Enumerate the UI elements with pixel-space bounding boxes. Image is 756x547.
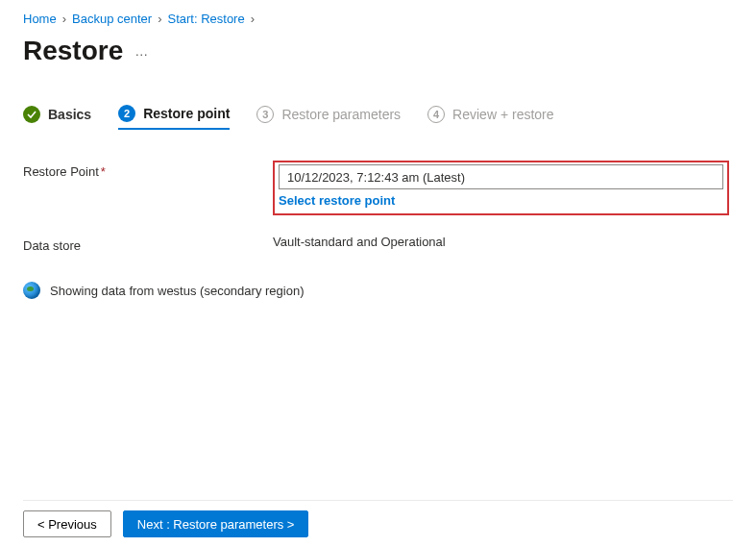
restore-point-label: Restore Point*: [23, 161, 273, 179]
row-restore-point: Restore Point* Select restore point: [23, 161, 733, 215]
step-basics[interactable]: Basics: [23, 106, 91, 129]
step-number-icon: 3: [256, 106, 274, 123]
highlight-box: Select restore point: [273, 161, 729, 215]
select-restore-point-link[interactable]: Select restore point: [279, 193, 395, 208]
more-icon[interactable]: …: [134, 43, 149, 59]
breadcrumb-backup-center[interactable]: Backup center: [72, 12, 152, 26]
region-info: Showing data from westus (secondary regi…: [23, 282, 733, 299]
region-info-text: Showing data from westus (secondary regi…: [50, 284, 304, 298]
chevron-right-icon: ›: [251, 12, 255, 26]
step-label: Review + restore: [452, 107, 553, 122]
restore-point-input[interactable]: [279, 164, 723, 189]
data-store-value: Vault-standard and Operational: [273, 235, 733, 249]
previous-button[interactable]: < Previous: [23, 510, 111, 537]
breadcrumb-home[interactable]: Home: [23, 12, 57, 26]
breadcrumb: Home › Backup center › Start: Restore ›: [23, 12, 733, 26]
step-label: Restore point: [143, 106, 230, 121]
step-label: Restore parameters: [281, 107, 401, 122]
row-data-store: Data store Vault-standard and Operationa…: [23, 235, 733, 253]
label-text: Restore Point: [23, 164, 99, 179]
breadcrumb-start-restore[interactable]: Start: Restore: [167, 12, 244, 26]
check-icon: [23, 106, 40, 123]
next-button[interactable]: Next : Restore parameters >: [123, 510, 309, 537]
step-restore-parameters[interactable]: 3 Restore parameters: [256, 106, 401, 129]
page-title: Restore: [23, 36, 123, 66]
chevron-right-icon: ›: [158, 12, 161, 26]
step-number-icon: 2: [118, 105, 135, 122]
step-label: Basics: [48, 107, 91, 122]
wizard-steps: Basics 2 Restore point 3 Restore paramet…: [23, 105, 733, 130]
chevron-right-icon: ›: [62, 12, 66, 26]
required-asterisk: *: [101, 164, 106, 179]
globe-icon: [23, 282, 40, 299]
step-restore-point[interactable]: 2 Restore point: [118, 105, 230, 130]
step-number-icon: 4: [427, 106, 445, 123]
step-review-restore[interactable]: 4 Review + restore: [427, 106, 553, 129]
data-store-label: Data store: [23, 235, 273, 253]
wizard-footer: < Previous Next : Restore parameters >: [23, 500, 733, 537]
